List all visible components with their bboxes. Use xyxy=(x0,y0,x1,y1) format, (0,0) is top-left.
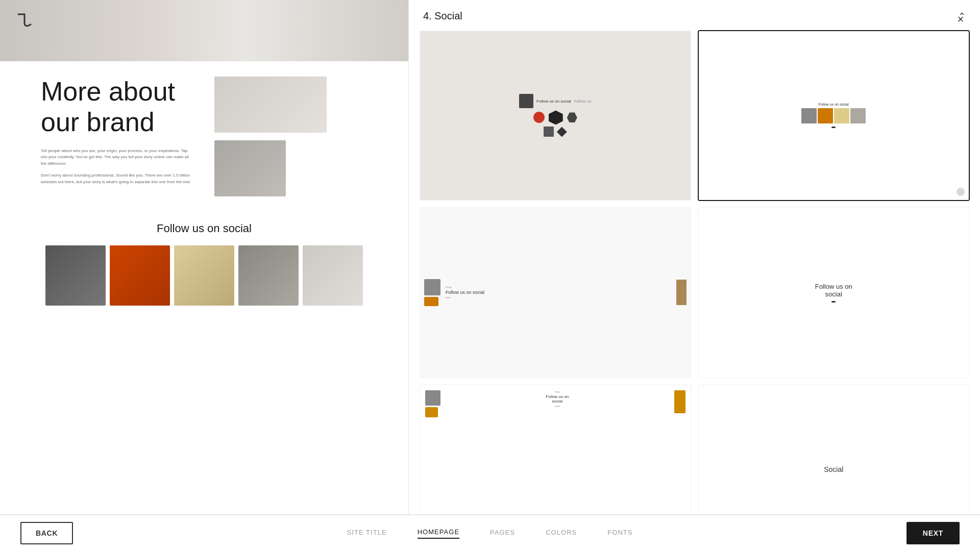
social-template-card-4[interactable]: Follow us onsocial xyxy=(698,207,970,378)
right-panel: × 4. Social ⌃ Follow us on social Follow… xyxy=(408,0,980,551)
social-photo-1 xyxy=(45,245,106,306)
social-template-4-inner: Follow us onsocial xyxy=(699,208,969,377)
nav-tabs: SITE TITLE HOMEPAGE PAGES COLORS FONTS xyxy=(347,528,633,539)
s1-text-1: Follow us on social xyxy=(536,99,571,104)
social-template-2-inner: Follow us on social xyxy=(699,31,969,200)
preview-panel: More about our brand Tell people about w… xyxy=(0,0,408,551)
s4-dot xyxy=(831,301,836,303)
tab-fonts[interactable]: FONTS xyxy=(607,529,632,538)
tab-homepage[interactable]: HOMEPAGE xyxy=(418,528,459,539)
social-section-header: 4. Social ⌃ xyxy=(409,0,980,30)
preview-social-section: Follow us on social xyxy=(0,212,408,321)
social-template-1-inner: Follow us on social Follow us xyxy=(420,31,691,200)
brand-body-1: Tell people about who you are, your orig… xyxy=(41,148,194,167)
s6-label: Social xyxy=(824,465,843,473)
social-photo-5 xyxy=(303,245,363,306)
bottom-navigation: BACK SITE TITLE HOMEPAGE PAGES COLORS FO… xyxy=(0,514,980,551)
s4-heading: Follow us onsocial xyxy=(815,283,852,298)
next-button[interactable]: NEXT xyxy=(906,522,960,544)
preview-brand-section: More about our brand Tell people about w… xyxy=(0,61,408,212)
social-template-grid: Follow us on social Follow us Follow us … xyxy=(409,30,980,551)
social-template-card-2[interactable]: Follow us on social xyxy=(698,30,970,201)
s1-text-2: Follow us xyxy=(574,99,592,104)
social-template-card-3[interactable]: hola Follow us on social hola xyxy=(419,207,692,378)
close-button[interactable]: × xyxy=(951,10,970,29)
back-button[interactable]: BACK xyxy=(20,522,73,544)
social-template-card-1[interactable]: Follow us on social Follow us xyxy=(419,30,692,201)
s2-title: Follow us on social xyxy=(819,103,849,106)
social-photo-4 xyxy=(238,245,299,306)
social-photos-grid xyxy=(41,245,368,306)
brand-top-image xyxy=(214,77,327,133)
social-photo-2 xyxy=(110,245,170,306)
brand-heading: More about our brand xyxy=(41,77,194,138)
brand-body-2: Don't worry about sounding professional.… xyxy=(41,172,194,186)
tab-site-title[interactable]: SITE TITLE xyxy=(347,529,387,538)
brand-bottom-image-1 xyxy=(214,140,286,196)
tab-pages[interactable]: PAGES xyxy=(490,529,515,538)
social-section-title: 4. Social xyxy=(423,10,462,22)
logo xyxy=(14,10,35,33)
s3-text: Follow us on social xyxy=(446,290,484,295)
tab-colors[interactable]: COLORS xyxy=(546,529,577,538)
social-heading: Follow us on social xyxy=(41,222,368,235)
preview-top-image xyxy=(0,0,408,61)
social-photo-3 xyxy=(174,245,234,306)
social-template-3-inner: hola Follow us on social hola xyxy=(420,208,691,377)
